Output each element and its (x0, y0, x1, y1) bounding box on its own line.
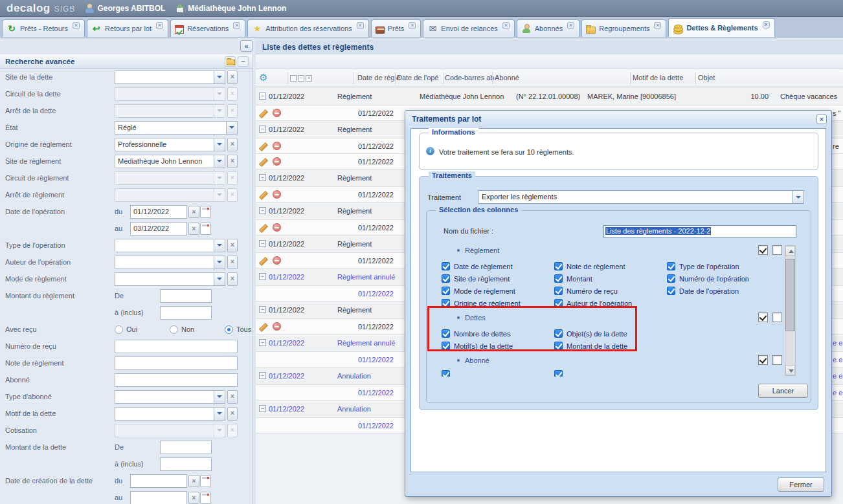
clear-field-icon[interactable]: × (227, 407, 238, 421)
clear-date-icon[interactable]: × (188, 223, 199, 235)
radio-icon[interactable] (225, 325, 233, 334)
column-checkbox-item[interactable]: Montant (554, 272, 632, 285)
check-all-icon[interactable] (758, 355, 768, 365)
collapse-row-icon[interactable]: − (259, 405, 266, 412)
tab-close-icon[interactable]: × (502, 22, 510, 29)
checkbox-checked-icon[interactable] (667, 274, 675, 283)
collapse-row-icon[interactable]: − (259, 339, 266, 346)
filename-input[interactable]: Liste des règlements - 2022-12-2 (603, 225, 796, 238)
clear-field-icon[interactable]: × (227, 155, 238, 168)
table-row[interactable]: − 01/12/2022 Règlement Médiathèque John … (256, 88, 843, 105)
clear-date-icon[interactable]: × (188, 475, 199, 487)
clear-field-icon[interactable]: × (227, 104, 238, 118)
select-input[interactable] (115, 87, 214, 101)
tab-close-icon[interactable]: × (357, 22, 364, 29)
edit-icon[interactable] (258, 108, 269, 118)
tab[interactable]: Prêts × (371, 19, 422, 37)
tab-close-icon[interactable]: × (233, 22, 240, 29)
text-input[interactable] (115, 356, 238, 370)
uncheck-all-icon[interactable] (772, 245, 782, 255)
chevron-down-icon[interactable] (214, 424, 225, 437)
checkbox-checked-icon[interactable] (667, 287, 675, 295)
tab-close-icon[interactable]: × (654, 22, 661, 29)
checkbox-checked-icon[interactable] (442, 274, 450, 283)
column-header[interactable]: Abonné (495, 74, 519, 82)
column-header[interactable]: Objet (698, 74, 715, 82)
calendar-icon[interactable] (200, 492, 211, 504)
chevron-down-icon[interactable] (214, 138, 225, 151)
date-input[interactable] (130, 474, 187, 488)
uncheck-all-icon[interactable] (772, 312, 782, 322)
tab[interactable]: Prêts - Retours × (2, 19, 85, 37)
clear-field-icon[interactable]: × (227, 424, 238, 437)
cancel-icon[interactable] (273, 157, 281, 166)
tab-close-icon[interactable]: × (763, 21, 770, 28)
collapse-row-icon[interactable]: − (259, 207, 266, 214)
column-checkbox-item[interactable]: Date de règlement (442, 260, 521, 272)
clear-field-icon[interactable]: × (227, 272, 238, 286)
edit-icon[interactable] (258, 190, 269, 200)
checkbox-checked-icon[interactable] (442, 262, 450, 270)
column-checkbox-item[interactable]: Type de l'opération (667, 260, 749, 272)
collapse-row-icon[interactable]: − (259, 93, 266, 100)
clear-field-icon[interactable]: × (227, 87, 238, 101)
collapse-row-icon[interactable]: − (259, 372, 266, 379)
checkbox-checked-icon[interactable] (442, 370, 450, 377)
tab[interactable]: Retours par lot × (87, 19, 168, 37)
date-input[interactable]: 01/12/2022 (130, 205, 187, 219)
date-input[interactable]: 03/12/2022 (130, 222, 187, 236)
chevron-down-icon[interactable] (214, 256, 225, 269)
text-input[interactable] (115, 340, 238, 353)
clear-field-icon[interactable]: × (227, 256, 238, 269)
clear-date-icon[interactable]: × (188, 206, 199, 218)
select-input[interactable]: Réglé (115, 121, 227, 135)
collapse-row-icon[interactable]: − (259, 174, 266, 181)
select-input[interactable] (115, 256, 214, 269)
chevron-down-icon[interactable] (793, 190, 804, 204)
date-input[interactable] (130, 491, 187, 504)
cancel-icon[interactable] (273, 322, 281, 331)
chevron-down-icon[interactable] (214, 390, 225, 404)
cancel-icon[interactable] (273, 190, 281, 199)
scroll-thumb[interactable] (785, 259, 795, 331)
tab-close-icon[interactable]: × (73, 22, 80, 29)
tab-close-icon[interactable]: × (567, 22, 574, 29)
clear-field-icon[interactable]: × (227, 138, 238, 151)
tab[interactable]: Abonnés × (517, 19, 579, 37)
tab[interactable]: Envoi de relances × (423, 19, 514, 37)
column-checkbox-item[interactable]: Note de règlement (554, 260, 632, 272)
select-input[interactable] (115, 104, 214, 118)
radio-option[interactable]: Non (170, 325, 225, 334)
folder-icon[interactable] (225, 56, 236, 67)
text-input[interactable] (115, 373, 238, 387)
clear-field-icon[interactable]: × (227, 390, 238, 404)
column-checkbox-item[interactable]: Site de règlement (442, 272, 521, 285)
select-input[interactable] (115, 188, 214, 202)
select-input[interactable] (115, 239, 214, 252)
tab-close-icon[interactable]: × (156, 22, 163, 29)
close-button[interactable]: Fermer (778, 477, 824, 492)
chevron-down-icon[interactable] (214, 272, 225, 286)
checkbox-checked-icon[interactable] (667, 262, 675, 270)
edit-icon[interactable] (258, 322, 269, 332)
chevron-down-icon[interactable] (214, 104, 225, 118)
column-header[interactable]: Motif de la dette (633, 74, 683, 82)
checkbox-checked-icon[interactable] (554, 262, 563, 270)
collapse-row-icon[interactable]: − (259, 306, 266, 313)
scrollbar[interactable] (785, 245, 796, 376)
select-input[interactable] (115, 390, 214, 404)
tab[interactable]: Réservations × (170, 19, 245, 37)
radio-icon[interactable] (170, 325, 178, 334)
amount-input[interactable] (160, 306, 212, 320)
chevron-down-icon[interactable] (214, 188, 225, 202)
chevron-down-icon[interactable] (214, 171, 225, 185)
chevron-down-icon[interactable] (214, 71, 225, 84)
edit-icon[interactable] (258, 141, 269, 151)
chevron-down-icon[interactable] (214, 87, 225, 101)
select-input[interactable]: Médiathèque John Lennon (115, 155, 214, 168)
checkbox-checked-icon[interactable] (554, 274, 563, 283)
treatment-select[interactable]: Exporter les règlements (478, 190, 804, 204)
clear-field-icon[interactable]: × (227, 171, 238, 185)
column-checkbox-item[interactable]: Date de l'opération (667, 285, 749, 297)
minimize-panel-button[interactable]: − (238, 56, 249, 67)
